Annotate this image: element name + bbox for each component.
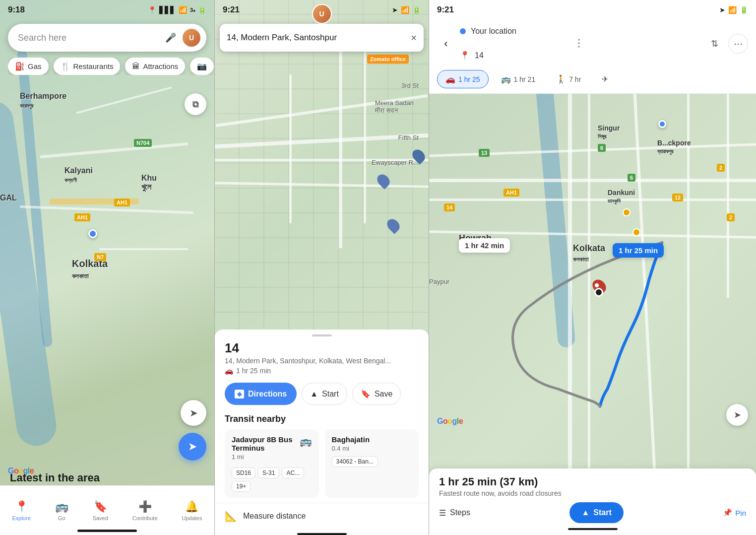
highway-badge-ah1: AH1 [114, 199, 130, 206]
sheet-drag-handle [312, 334, 332, 336]
panel-place-detail: Zomato office 3rd St Meera Sadanमीरा सदन… [214, 0, 429, 535]
sep-dot-2 [578, 42, 580, 44]
back-button[interactable]: ‹ [437, 35, 455, 53]
place-address-text: 14, Modern Park, Santoshpur [227, 33, 406, 43]
place-title: 14 [225, 340, 419, 356]
go-icon: 🚌 [55, 500, 68, 513]
chip-gas[interactable]: ⛽ Gas [8, 58, 49, 75]
start-label: Start [322, 390, 339, 399]
chip-more[interactable]: 📷 [190, 58, 214, 75]
nav-explore[interactable]: 📍 Explore [7, 496, 35, 525]
home-indicator-1 [77, 530, 137, 532]
chip-restaurants[interactable]: 🍴 Restaurants [54, 58, 121, 75]
home-indicator-3 [568, 528, 618, 530]
microphone-button[interactable]: 🎤 [162, 29, 180, 47]
transport-mode-tabs: 🚗 1 hr 25 🚌 1 hr 21 🚶 7 hr ✈ [429, 68, 756, 94]
search-bar[interactable]: Search here 🎤 U [8, 24, 206, 52]
nav-updates[interactable]: 🔔 Updates [177, 496, 207, 525]
location-center-button[interactable]: ➤ [181, 400, 206, 426]
tab-car[interactable]: 🚗 1 hr 25 [437, 70, 489, 88]
place-drive-time: 🚗 1 hr 25 min [225, 367, 419, 375]
traffic-dot-2 [632, 228, 640, 236]
restaurant-icon: 🍴 [61, 62, 70, 71]
origin-text[interactable]: Your location [471, 27, 700, 36]
swap-icon: ⇅ [711, 38, 718, 49]
nav-saved[interactable]: 🔖 Saved [88, 496, 113, 525]
start-nav-label: Start [593, 508, 611, 517]
walk-tab-icon: 🚶 [556, 74, 566, 84]
nav-contribute[interactable]: ➕ Contribute [127, 496, 163, 525]
place-search-bar[interactable]: 14, Modern Park, Santoshpur × [220, 24, 424, 52]
dest-end-circle [594, 288, 603, 297]
route-duration: 1 hr 25 min (37 km) [439, 475, 746, 488]
steps-list-icon: ☰ [439, 508, 446, 518]
transit-tab-icon: 🚌 [501, 74, 511, 84]
home-indicator-2 [297, 533, 347, 535]
bus-tag-s31: S-31 [258, 468, 279, 478]
city-berhampore: Berhamporeবহরমপুর [20, 92, 66, 110]
location-arrow-icon: ➤ [392, 6, 398, 14]
directions-fab[interactable]: ➤ [179, 433, 206, 461]
destination-text[interactable]: 14 [475, 51, 700, 60]
chip-attractions[interactable]: 🏛 Attractions [125, 58, 185, 75]
camera-icon: 📷 [197, 62, 207, 71]
transit-name-2: Baghajatin [332, 435, 412, 444]
pin-2 [413, 149, 424, 163]
user-avatar[interactable]: U [183, 29, 200, 47]
drive-time-text: 1 hr 25 min [236, 367, 271, 375]
bus-tag-19plus: 19+ [232, 481, 251, 492]
status-time-2: 9:21 [223, 5, 240, 15]
directions-button[interactable]: ◆ Directions [225, 383, 297, 405]
status-icons-2: ➤ 📶 🔋 [392, 6, 421, 14]
compass-icon: ➤ [189, 407, 198, 419]
place-full-address: 14, Modern Park, Santoshpur, Kolkata, We… [225, 357, 419, 365]
signal-bars: ▋▋▋ [159, 6, 176, 14]
label-fifth-st: Fifth St [398, 134, 419, 141]
car-icon: 🚗 [225, 367, 233, 375]
measure-distance-row[interactable]: 📐 Measure distance [215, 503, 429, 529]
save-button[interactable]: 🔖 Save [352, 383, 401, 405]
road-line [99, 248, 189, 250]
pin-route-button[interactable]: 📌 Pin [723, 508, 746, 517]
chip-restaurants-label: Restaurants [73, 62, 114, 70]
origin-dot-p3 [658, 120, 666, 128]
more-options-button[interactable]: ⋯ [728, 34, 748, 54]
ruler-icon: 📐 [225, 510, 237, 522]
transit-nearby-title: Transit nearby [225, 414, 419, 424]
highway-badge-ah1-2: AH1 [74, 213, 90, 221]
transit-card-baghajatin[interactable]: Baghajatin 0.4 mi 34062 - Ban... [325, 429, 419, 498]
save-bookmark-icon: 🔖 [361, 389, 371, 399]
transit-card-jadavpur[interactable]: Jadavpur 8B Bus Terminus 1 mi 🚌 SD16 S-3… [225, 429, 319, 498]
road-line [40, 142, 188, 158]
battery-2: 🔋 [412, 6, 421, 14]
saved-label: Saved [93, 515, 108, 521]
contribute-label: Contribute [132, 515, 158, 521]
route-dots-separator [462, 39, 695, 48]
measure-label: Measure distance [243, 512, 306, 521]
my-location-button-p3[interactable]: ➤ [726, 404, 748, 426]
city-khu: Khuখুলে [141, 174, 157, 192]
back-arrow-icon: ‹ [444, 37, 447, 50]
traffic-dot-1 [623, 208, 630, 216]
directions-diamond-icon: ◆ [235, 390, 244, 399]
user-profile-pic[interactable]: U [312, 4, 332, 24]
swap-button[interactable]: ⇅ [705, 35, 723, 53]
avatar-initials: U [189, 34, 194, 42]
chip-attractions-label: Attractions [143, 62, 178, 70]
steps-button[interactable]: ☰ Steps [439, 508, 470, 518]
start-button[interactable]: ▲ Start [302, 383, 347, 405]
destination-pin-icon: 📍 [460, 51, 470, 60]
network-icon: 3₄ [190, 7, 195, 13]
layer-button[interactable]: ⧉ [185, 93, 206, 115]
tab-walk[interactable]: 🚶 7 hr [548, 70, 589, 88]
navigation-header: 9:21 ➤ 📶 🔋 ‹ Your location [429, 0, 756, 94]
explore-label: Explore [12, 515, 30, 521]
start-triangle-icon: ▲ [310, 390, 318, 399]
start-navigation-button[interactable]: ▲ Start [569, 502, 623, 523]
status-icons-1: 📍 ▋▋▋ 📶 3₄ 🔋 [148, 6, 206, 14]
nav-go[interactable]: 🚌 Go [50, 496, 73, 525]
car-time: 1 hr 25 [458, 75, 480, 83]
close-button[interactable]: × [411, 32, 417, 44]
tab-flight[interactable]: ✈ [593, 70, 617, 88]
tab-transit[interactable]: 🚌 1 hr 21 [493, 70, 544, 88]
